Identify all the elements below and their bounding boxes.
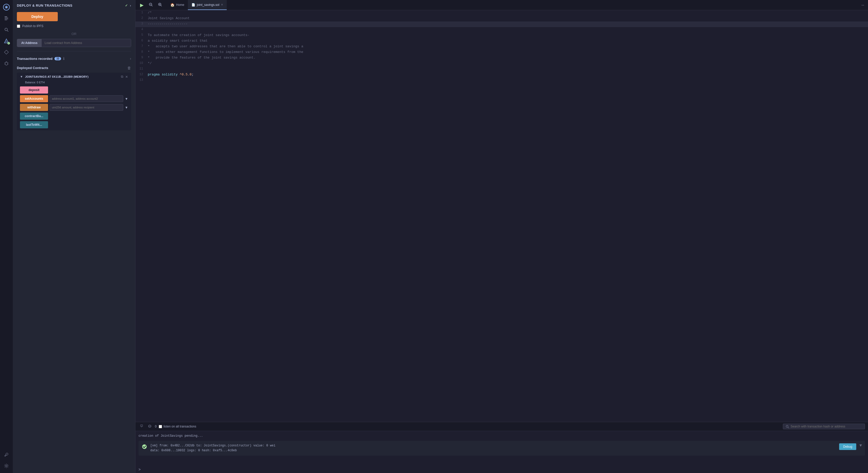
- expand-icon[interactable]: ▼: [859, 443, 862, 448]
- withdraw-button[interactable]: withdraw: [20, 104, 48, 111]
- sidebar: ✓: [0, 0, 13, 473]
- line-num-10: 10: [135, 61, 146, 65]
- contract-functions: deposit setAccounts ▼ withdraw ▼: [20, 86, 128, 128]
- zoom-out-button[interactable]: [147, 2, 154, 9]
- listen-row: listen on all transactions: [159, 425, 196, 428]
- code-content-5: To automate the creation of joint saving…: [146, 33, 868, 37]
- at-address-button[interactable]: At Address: [17, 39, 42, 47]
- sidebar-item-search[interactable]: [1, 25, 11, 35]
- tab-joint-savings[interactable]: 📄 joint_savings.sol ✕: [188, 0, 227, 10]
- deployed-contracts-title: Deployed Contracts: [17, 66, 48, 70]
- code-line-4: 4: [135, 27, 868, 33]
- deposit-button[interactable]: deposit: [20, 86, 48, 94]
- svg-line-14: [8, 63, 8, 63]
- panel-header: DEPLOY & RUN TRANSACTIONS ✓ ›: [13, 0, 135, 10]
- code-content-12: pragma solidity ^0.5.0;: [146, 72, 868, 77]
- right-panel: ▶ 🏠 Home 📄 joint_savings.sol: [135, 0, 868, 473]
- tab-home-label: Home: [176, 3, 184, 7]
- file-icon: 📄: [191, 3, 195, 7]
- svg-marker-11: [4, 50, 8, 54]
- line-num-13: 13: [135, 78, 146, 82]
- withdraw-chevron[interactable]: ▼: [125, 106, 128, 110]
- publish-checkbox[interactable]: [17, 25, 20, 28]
- sidebar-item-bug[interactable]: [1, 58, 11, 68]
- console-search-input[interactable]: [790, 425, 862, 428]
- set-accounts-row: setAccounts ▼: [20, 95, 128, 102]
- console-area: 0 listen on all transactions creation of…: [135, 422, 868, 473]
- console-fold-button[interactable]: [138, 424, 145, 429]
- svg-line-29: [788, 427, 789, 428]
- line-num-4: 4: [135, 27, 146, 32]
- code-content-6: a solidity smart contract that: [146, 38, 868, 43]
- line-num-7: 7: [135, 44, 146, 49]
- panel-header-icons: ✓ ›: [125, 4, 131, 7]
- code-content-13: [146, 78, 868, 79]
- prompt-symbol: >: [138, 467, 141, 471]
- console-search[interactable]: [783, 424, 865, 429]
- run-button[interactable]: ▶: [138, 1, 145, 9]
- code-line-8: 8 * uses ether management functions to i…: [135, 50, 868, 55]
- withdraw-input[interactable]: [50, 104, 123, 111]
- publish-row: Publish to IPFS: [17, 24, 131, 28]
- svg-line-8: [7, 30, 8, 31]
- tab-home[interactable]: 🏠 Home: [167, 0, 188, 10]
- code-content-4: [146, 27, 868, 28]
- check-circle-icon: [142, 444, 147, 451]
- set-accounts-button[interactable]: setAccounts: [20, 95, 48, 102]
- last-to-wit-row: lastToWit...: [20, 121, 128, 128]
- or-divider: OR: [17, 32, 131, 36]
- load-contract-input[interactable]: [42, 39, 131, 47]
- code-content-7: * accepts two user addresses that are th…: [146, 44, 868, 49]
- contract-close-icon[interactable]: ✕: [125, 75, 128, 79]
- svg-point-2: [6, 6, 7, 8]
- console-toolbar: 0 listen on all transactions: [135, 422, 868, 431]
- home-icon: 🏠: [170, 3, 175, 7]
- svg-line-13: [4, 63, 5, 63]
- code-content-9: * provide the features of the joint savi…: [146, 55, 868, 60]
- transactions-header[interactable]: Transactions recorded 33 ℹ ›: [17, 56, 131, 62]
- listen-checkbox[interactable]: [159, 425, 162, 428]
- sidebar-item-settings[interactable]: [1, 461, 11, 471]
- code-line-9: 9 * provide the features of the joint sa…: [135, 55, 868, 61]
- sidebar-item-diamond[interactable]: [1, 47, 11, 57]
- line-num-2: 2: [135, 16, 146, 21]
- contract-chevron[interactable]: ▼: [20, 75, 23, 79]
- code-editor: 1 /* 2 Joint Savings Account 3 ---------…: [135, 10, 868, 422]
- deploy-button[interactable]: Deploy: [17, 12, 58, 21]
- info-icon: ℹ: [63, 57, 64, 61]
- debug-button[interactable]: Debug: [839, 443, 856, 450]
- transactions-title: Transactions recorded: [17, 57, 53, 61]
- zoom-in-button[interactable]: [156, 2, 163, 9]
- line-num-12: 12: [135, 72, 146, 77]
- code-line-10: 10 */: [135, 61, 868, 66]
- sidebar-item-wrench[interactable]: [1, 449, 11, 460]
- code-content-2: Joint Savings Account: [146, 16, 868, 21]
- svg-rect-5: [5, 19, 8, 19]
- svg-point-30: [142, 444, 147, 449]
- contract-balance-fn-button[interactable]: contractBa...: [20, 113, 48, 120]
- code-line-1: 1 /*: [135, 10, 868, 16]
- resize-icon[interactable]: ↔: [861, 3, 865, 7]
- contract-balance-fn-row: contractBa...: [20, 113, 128, 120]
- last-to-wit-button[interactable]: lastToWit...: [20, 121, 48, 128]
- forward-icon[interactable]: ›: [130, 4, 131, 7]
- console-body: creation of JointSavings pending... [vm]…: [135, 431, 868, 466]
- code-content-3: --------------------: [146, 22, 868, 26]
- sidebar-item-files[interactable]: [1, 13, 11, 24]
- sidebar-logo[interactable]: [1, 2, 11, 12]
- panel-title: DEPLOY & RUN TRANSACTIONS: [17, 4, 72, 7]
- copy-icon[interactable]: ⧉: [121, 75, 123, 79]
- tab-close-icon[interactable]: ✕: [221, 3, 223, 6]
- contract-name: JOINTSAVINGS AT 0X11B...2D2B9 (MEMORY): [25, 75, 119, 78]
- trash-icon[interactable]: 🗑: [127, 66, 131, 70]
- contract-balance: Balance: 0 ETH: [25, 81, 128, 84]
- publish-label: Publish to IPFS: [22, 24, 43, 28]
- svg-rect-6: [5, 20, 7, 20]
- set-accounts-chevron[interactable]: ▼: [125, 97, 128, 101]
- console-stop-button[interactable]: [147, 424, 153, 429]
- sidebar-item-deploy[interactable]: ✓: [1, 36, 11, 46]
- contract-item-header: ▼ JOINTSAVINGS AT 0X11B...2D2B9 (MEMORY)…: [20, 75, 128, 79]
- set-accounts-input[interactable]: [50, 95, 123, 102]
- console-entry-0: [vm] from: 0x4B2...C02db to: JointSaving…: [138, 441, 865, 455]
- deposit-row: deposit: [20, 86, 128, 94]
